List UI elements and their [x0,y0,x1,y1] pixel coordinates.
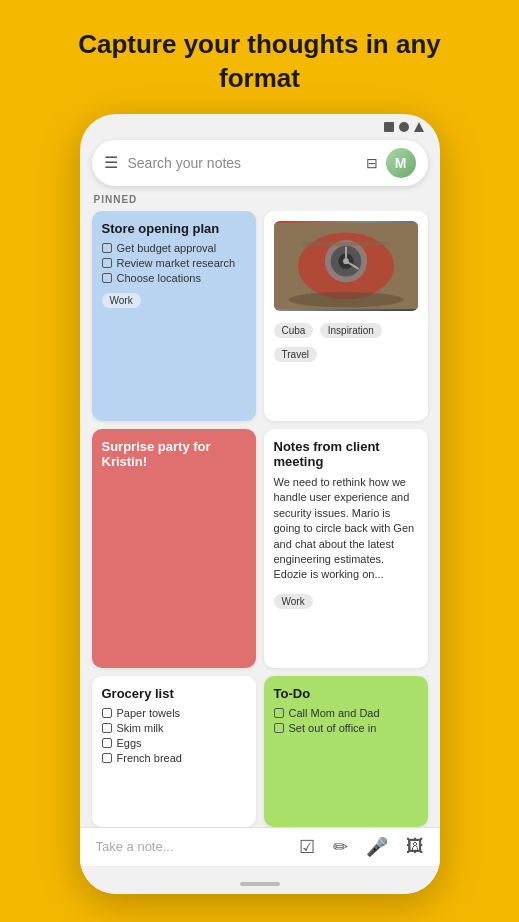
bottom-icons: ☑ ✏ 🎤 🖼 [299,836,424,858]
list-item: Get budget approval [102,242,246,254]
note-title: Notes from client meeting [274,439,418,469]
list-item: Eggs [102,737,246,749]
list-item: Call Mom and Dad [274,707,418,719]
note-client-meeting[interactable]: Notes from client meeting We need to ret… [264,429,428,668]
status-bar [80,114,440,136]
checkbox-icon [102,708,112,718]
checkbox-icon [274,723,284,733]
checkbox-icon [102,243,112,253]
tag-work[interactable]: Work [274,594,313,609]
checkbox-icon [102,273,112,283]
note-surprise-party[interactable]: Surprise party for Kristin! [92,429,256,668]
checkbox-icon [102,258,112,268]
image-icon[interactable]: 🖼 [406,836,424,857]
note-text: We need to rethink how we handle user ex… [274,475,418,583]
search-placeholder: Search your notes [128,155,366,171]
checkbox-icon[interactable]: ☑ [299,836,315,858]
tag-work[interactable]: Work [102,293,141,308]
note-title: To-Do [274,686,418,701]
list-item: Set out of office in [274,722,418,734]
avatar[interactable]: M [386,148,416,178]
search-bar[interactable]: ☰ Search your notes ⊟ M [92,140,428,186]
note-title: Store opening plan [102,221,246,236]
headline: Capture your thoughts in any format [0,0,519,114]
pencil-icon[interactable]: ✏ [333,836,348,858]
pinned-label: PINNED [80,194,440,211]
car-image [274,221,418,311]
note-title: Surprise party for Kristin! [102,439,246,469]
note-car-inspiration[interactable]: Cuba Inspiration Travel [264,211,428,421]
svg-point-9 [288,292,403,307]
list-item: French bread [102,752,246,764]
checkbox-icon [102,723,112,733]
svg-rect-5 [302,242,388,246]
note-todo[interactable]: To-Do Call Mom and Dad Set out of office… [264,676,428,826]
status-signal-icon [414,122,424,132]
list-item: Choose locations [102,272,246,284]
layout-icon[interactable]: ⊟ [366,155,378,171]
note-store-opening[interactable]: Store opening plan Get budget approval R… [92,211,256,421]
tag-travel[interactable]: Travel [274,347,317,362]
status-square-icon [384,122,394,132]
list-item: Paper towels [102,707,246,719]
checkbox-icon [102,753,112,763]
checkbox-icon [274,708,284,718]
bottom-bar: Take a note... ☑ ✏ 🎤 🖼 [80,827,440,866]
note-title: Grocery list [102,686,246,701]
take-note-input[interactable]: Take a note... [96,839,299,854]
home-indicator [80,866,440,894]
notes-grid: Store opening plan Get budget approval R… [80,211,440,827]
mic-icon[interactable]: 🎤 [366,836,388,858]
status-circle-icon [399,122,409,132]
tag-inspiration[interactable]: Inspiration [320,323,382,338]
home-bar [240,882,280,886]
hamburger-icon[interactable]: ☰ [104,153,118,172]
phone-frame: ☰ Search your notes ⊟ M PINNED Store ope… [80,114,440,894]
list-item: Review market research [102,257,246,269]
checkbox-icon [102,738,112,748]
tag-cuba[interactable]: Cuba [274,323,314,338]
list-item: Skim milk [102,722,246,734]
note-grocery-list[interactable]: Grocery list Paper towels Skim milk Eggs… [92,676,256,826]
